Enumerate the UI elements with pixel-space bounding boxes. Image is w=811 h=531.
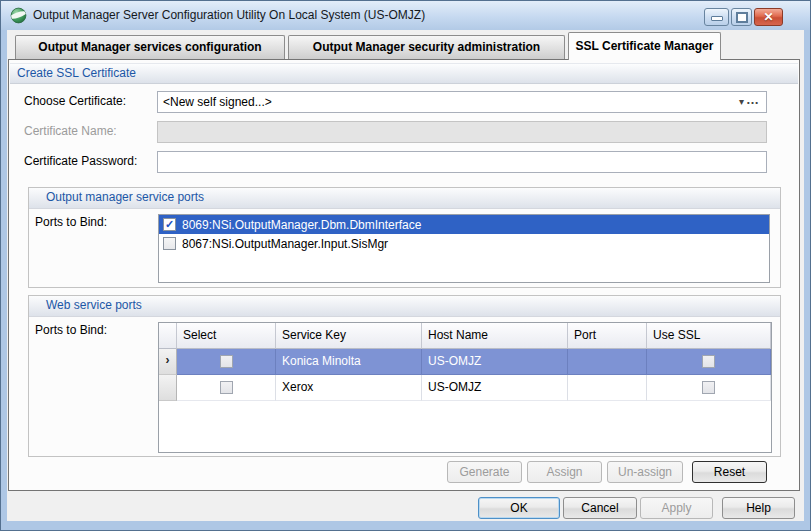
checkbox-unchecked-icon[interactable] bbox=[220, 381, 233, 394]
checkbox-unchecked-icon[interactable] bbox=[163, 237, 176, 250]
chevron-down-icon[interactable]: ▾ bbox=[739, 92, 744, 111]
reset-button[interactable]: Reset bbox=[692, 461, 767, 483]
certificate-password-label: Certificate Password: bbox=[24, 154, 137, 168]
ports-to-bind-label: Ports to Bind: bbox=[35, 323, 107, 337]
group-title: Web service ports bbox=[46, 298, 142, 312]
ports-to-bind-label: Ports to Bind: bbox=[35, 215, 107, 229]
row-indicator-cell bbox=[159, 375, 177, 401]
use-ssl-cell bbox=[647, 349, 771, 375]
close-icon: ✕ bbox=[763, 10, 773, 24]
service-ports-listbox[interactable]: ✓ 8069:NSi.OutputManager.Dbm.DbmInterfac… bbox=[158, 214, 770, 283]
tab-output-manager-security-administration[interactable]: Output Manager security administration bbox=[288, 35, 565, 59]
checkbox-unchecked-icon[interactable] bbox=[702, 355, 715, 368]
column-header-use-ssl[interactable]: Use SSL bbox=[647, 323, 771, 349]
host-name-cell: US-OMJZ bbox=[422, 375, 568, 401]
maximize-icon bbox=[736, 12, 748, 23]
choose-certificate-value: <New self signed...> bbox=[163, 92, 272, 112]
section-title: Create SSL Certificate bbox=[17, 66, 136, 80]
select-cell bbox=[177, 375, 276, 401]
list-item[interactable]: ✓ 8069:NSi.OutputManager.Dbm.DbmInterfac… bbox=[159, 215, 769, 234]
checkbox-unchecked-icon[interactable] bbox=[702, 381, 715, 394]
certificate-name-label: Certificate Name: bbox=[24, 124, 117, 138]
tab-label: Output Manager services configuration bbox=[38, 40, 261, 54]
use-ssl-cell bbox=[647, 375, 771, 401]
port-cell bbox=[568, 375, 647, 401]
list-item[interactable]: 8067:NSi.OutputManager.Input.SisMgr bbox=[159, 234, 769, 253]
table-row[interactable]: Xerox US-OMJZ bbox=[159, 375, 771, 401]
column-header-port[interactable]: Port bbox=[568, 323, 647, 349]
column-header-host-name[interactable]: Host Name bbox=[422, 323, 568, 349]
cancel-button[interactable]: Cancel bbox=[563, 497, 637, 519]
assign-button[interactable]: Assign bbox=[527, 461, 602, 483]
list-item-label: 8067:NSi.OutputManager.Input.SisMgr bbox=[182, 237, 388, 251]
group-web-service-ports: Web service ports Ports to Bind: Select … bbox=[28, 295, 781, 457]
group-title: Output manager service ports bbox=[46, 190, 204, 204]
select-cell bbox=[177, 349, 276, 375]
column-header-select[interactable]: Select bbox=[177, 323, 276, 349]
choose-certificate-combobox[interactable]: <New self signed...> ▾ … bbox=[157, 91, 767, 113]
tab-output-manager-services-configuration[interactable]: Output Manager services configuration bbox=[15, 35, 285, 59]
tab-label: SSL Certificate Manager bbox=[576, 39, 714, 53]
tab-ssl-certificate-manager[interactable]: SSL Certificate Manager bbox=[568, 32, 721, 60]
service-key-cell: Konica Minolta bbox=[276, 349, 422, 375]
choose-certificate-label: Choose Certificate: bbox=[24, 94, 126, 108]
certificate-name-field bbox=[157, 121, 767, 143]
maximize-button[interactable] bbox=[731, 8, 752, 26]
host-name-cell: US-OMJZ bbox=[422, 349, 568, 375]
window: Output Manager Server Configuration Util… bbox=[0, 0, 811, 531]
checkbox-unchecked-icon[interactable] bbox=[220, 355, 233, 368]
group-output-manager-service-ports: Output manager service ports Ports to Bi… bbox=[28, 187, 781, 288]
browse-ellipsis-button[interactable]: … bbox=[746, 92, 760, 107]
column-header-service-key[interactable]: Service Key bbox=[276, 323, 422, 349]
titlebar[interactable]: Output Manager Server Configuration Util… bbox=[1, 1, 810, 30]
minimize-icon bbox=[711, 16, 723, 21]
minimize-button[interactable] bbox=[704, 8, 729, 26]
table-row[interactable]: › Konica Minolta US-OMJZ bbox=[159, 349, 771, 375]
certificate-password-input[interactable] bbox=[158, 152, 766, 172]
help-button[interactable]: Help bbox=[722, 497, 795, 519]
certificate-name-input bbox=[158, 122, 766, 142]
list-item-label: 8069:NSi.OutputManager.Dbm.DbmInterface bbox=[182, 218, 421, 232]
certificate-password-field[interactable] bbox=[157, 151, 767, 173]
ok-button[interactable]: OK bbox=[478, 497, 560, 519]
web-service-ports-grid[interactable]: Select Service Key Host Name Port Use SS… bbox=[158, 322, 772, 453]
window-title: Output Manager Server Configuration Util… bbox=[33, 1, 425, 30]
close-button[interactable]: ✕ bbox=[754, 8, 783, 26]
grid-header-row: Select Service Key Host Name Port Use SS… bbox=[159, 323, 771, 349]
service-key-cell: Xerox bbox=[276, 375, 422, 401]
unassign-button[interactable]: Un-assign bbox=[607, 461, 683, 483]
dialog-client-area: Output Manager services configuration Ou… bbox=[7, 30, 804, 521]
group-header: Output manager service ports bbox=[29, 188, 780, 209]
row-indicator-icon: › bbox=[159, 349, 177, 375]
tab-label: Output Manager security administration bbox=[313, 40, 540, 54]
ssl-certificate-manager-page: Create SSL Certificate Choose Certificat… bbox=[8, 59, 800, 491]
checkbox-checked-icon[interactable]: ✓ bbox=[163, 218, 176, 231]
generate-button[interactable]: Generate bbox=[447, 461, 522, 483]
group-header: Web service ports bbox=[29, 296, 780, 317]
app-icon bbox=[10, 7, 27, 24]
apply-button[interactable]: Apply bbox=[640, 497, 713, 519]
row-indicator-header-cell bbox=[159, 323, 177, 349]
section-header-create-ssl-certificate: Create SSL Certificate bbox=[10, 63, 798, 84]
port-cell bbox=[568, 349, 647, 375]
